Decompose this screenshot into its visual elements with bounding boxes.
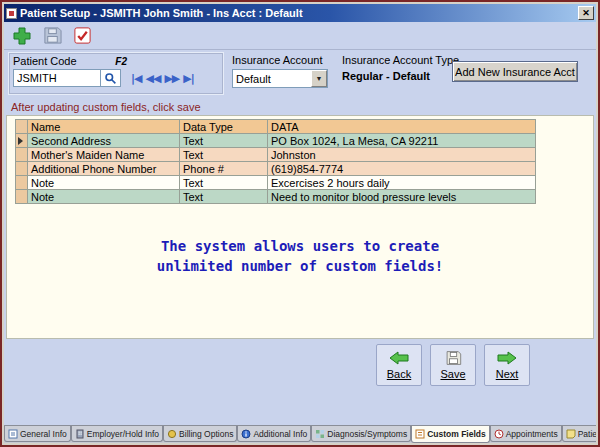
plus-icon — [12, 26, 32, 46]
tab-patient-notes[interactable]: Patient Notes — [562, 426, 596, 442]
verify-button[interactable] — [70, 24, 94, 48]
cell-name: Second Address — [28, 134, 180, 148]
cell-type: Phone # — [180, 162, 268, 176]
client-area: Patient Code F2 |◀ ◀◀ ▶▶ ▶| — [4, 22, 596, 443]
cell-name: Note — [28, 190, 180, 204]
cell-data: Excercises 2 hours daily — [268, 176, 536, 190]
app-icon — [6, 8, 17, 19]
nav-next-button[interactable]: ▶▶ — [164, 72, 179, 85]
add-insurance-button[interactable]: Add New Insurance Acct — [452, 61, 578, 82]
save-button-label: Save — [440, 368, 465, 380]
tab-billing-options[interactable]: Billing Options — [163, 426, 237, 442]
patient-code-label: Patient Code — [13, 55, 77, 67]
save-button[interactable] — [40, 24, 64, 48]
info-message: The system allows users to create unlimi… — [7, 236, 593, 276]
cell-type: Text — [180, 190, 268, 204]
toolbar — [4, 22, 596, 50]
table-row[interactable]: Note Text Excercises 2 hours daily — [16, 176, 536, 190]
tab-custom-fields[interactable]: Custom Fields — [411, 426, 490, 443]
nav-last-button[interactable]: ▶| — [183, 72, 193, 85]
additional-info-icon — [241, 429, 251, 439]
row-marker-icon — [18, 137, 23, 145]
nav-first-button[interactable]: |◀ — [131, 72, 141, 85]
chevron-down-icon[interactable]: ▼ — [311, 70, 327, 87]
table-row[interactable]: Mother's Maiden Name Text Johnston — [16, 148, 536, 162]
cell-type: Text — [180, 134, 268, 148]
tab-additional-info[interactable]: Additional Info — [237, 426, 311, 442]
cell-name: Note — [28, 176, 180, 190]
column-header-datatype[interactable]: Data Type — [180, 120, 268, 134]
controls-band: Patient Code F2 |◀ ◀◀ ▶▶ ▶| — [4, 51, 596, 97]
back-button-label: Back — [387, 368, 411, 380]
insurance-account-group: Insurance Account Default ▼ — [232, 54, 328, 88]
insurance-account-label: Insurance Account — [232, 54, 328, 66]
f2-shortcut-label: F2 — [115, 56, 127, 67]
next-button-label: Next — [496, 368, 519, 380]
custom-fields-notice: After updating custom fields, click save — [11, 101, 201, 113]
back-button[interactable]: Back — [376, 344, 422, 386]
insurance-account-select[interactable]: Default ▼ — [232, 69, 328, 88]
new-button[interactable] — [10, 24, 34, 48]
cell-name: Mother's Maiden Name — [28, 148, 180, 162]
arrow-right-icon — [497, 350, 517, 366]
nav-prev-button[interactable]: ◀◀ — [145, 72, 160, 85]
table-row[interactable]: Additional Phone Number Phone # (619)854… — [16, 162, 536, 176]
close-button[interactable]: ✕ — [578, 6, 594, 20]
grid-header-row: Name Data Type DATA — [16, 120, 536, 134]
diagnosis-icon — [315, 429, 325, 439]
info-message-line1: The system allows users to create — [7, 236, 593, 256]
column-header-data[interactable]: DATA — [268, 120, 536, 134]
table-row[interactable]: Note Text Need to monitor blood pressure… — [16, 190, 536, 204]
insurance-type-value: Regular - Default — [342, 70, 459, 82]
cell-data: Need to monitor blood pressure levels — [268, 190, 536, 204]
red-check-icon — [73, 26, 92, 45]
record-navigator: |◀ ◀◀ ▶▶ ▶| — [131, 72, 194, 85]
action-buttons: Back Save Next — [376, 344, 530, 386]
tab-bar: General Info Employer/Hold Info Billing … — [4, 425, 596, 443]
tab-general-info[interactable]: General Info — [4, 426, 71, 442]
insurance-type-group: Insurance Account Type Regular - Default — [342, 54, 459, 82]
patient-code-input[interactable] — [13, 69, 101, 87]
cell-name: Additional Phone Number — [28, 162, 180, 176]
window-title: Patient Setup - JSMITH John Smith - Ins … — [20, 7, 575, 19]
insurance-account-value: Default — [233, 73, 311, 85]
custom-fields-icon — [415, 429, 425, 439]
disk-icon — [445, 350, 462, 366]
save-action-button[interactable]: Save — [430, 344, 476, 386]
patient-code-group: Patient Code F2 |◀ ◀◀ ▶▶ ▶| — [8, 52, 224, 95]
window-frame: Patient Setup - JSMITH John Smith - Ins … — [2, 2, 598, 445]
appointments-icon — [494, 429, 504, 439]
tab-diagnosis-symptoms[interactable]: Diagnosis/Symptoms — [311, 426, 411, 442]
cell-data: PO Box 1024, La Mesa, CA 92211 — [268, 134, 536, 148]
patient-search-button[interactable] — [101, 69, 121, 87]
column-header-name[interactable]: Name — [28, 120, 180, 134]
search-icon — [104, 72, 117, 85]
general-info-icon — [8, 429, 18, 439]
info-message-line2: unlimited number of custom fields! — [7, 256, 593, 276]
custom-fields-grid: Name Data Type DATA Second Address Text … — [15, 119, 536, 204]
patient-setup-window: Patient Setup - JSMITH John Smith - Ins … — [0, 0, 600, 447]
row-selector-header — [16, 120, 28, 134]
cell-data: Johnston — [268, 148, 536, 162]
titlebar: Patient Setup - JSMITH John Smith - Ins … — [4, 4, 596, 22]
employer-icon — [75, 429, 85, 439]
tab-employer-hold-info[interactable]: Employer/Hold Info — [71, 426, 163, 442]
arrow-left-icon — [389, 350, 409, 366]
next-button[interactable]: Next — [484, 344, 530, 386]
cell-type: Text — [180, 176, 268, 190]
tab-appointments[interactable]: Appointments — [490, 426, 562, 442]
custom-fields-panel: Name Data Type DATA Second Address Text … — [6, 115, 594, 339]
insurance-type-label: Insurance Account Type — [342, 54, 459, 66]
billing-icon — [167, 429, 177, 439]
disk-icon — [43, 26, 62, 45]
table-row[interactable]: Second Address Text PO Box 1024, La Mesa… — [16, 134, 536, 148]
cell-type: Text — [180, 148, 268, 162]
patient-notes-icon — [566, 429, 576, 439]
cell-data: (619)854-7774 — [268, 162, 536, 176]
